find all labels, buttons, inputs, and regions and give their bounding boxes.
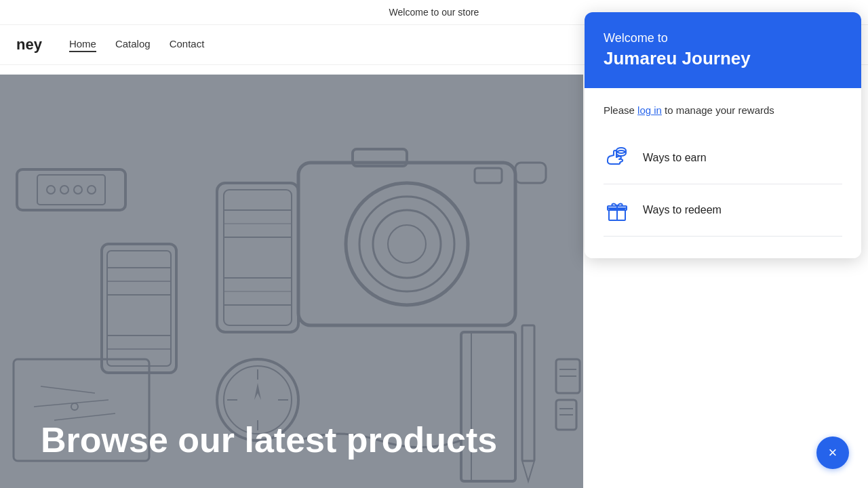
logo: ney — [16, 36, 42, 54]
svg-point-26 — [60, 186, 68, 194]
svg-point-27 — [74, 186, 82, 194]
login-prompt-before: Please — [604, 104, 637, 116]
rewards-panel: Welcome to Jumareu Journey Please log in… — [585, 12, 861, 258]
svg-rect-6 — [475, 168, 502, 183]
ways-to-earn-item[interactable]: Ways to earn — [604, 132, 842, 184]
rewards-panel-body: Please log in to manage your rewards Way… — [585, 88, 861, 258]
earn-label: Ways to earn — [643, 152, 707, 164]
brand-name-label: Jumareu Journey — [604, 48, 842, 69]
svg-rect-8 — [217, 183, 298, 332]
nav-home[interactable]: Home — [69, 38, 96, 52]
login-prompt: Please log in to manage your rewards — [604, 104, 842, 116]
redeem-label: Ways to redeem — [643, 204, 722, 216]
svg-line-43 — [54, 413, 115, 420]
login-link[interactable]: log in — [637, 104, 662, 116]
redeem-icon — [604, 197, 631, 224]
main-nav: Home Catalog Contact — [69, 38, 204, 52]
svg-line-41 — [41, 386, 95, 393]
hero-text: Browse our latest products — [41, 420, 497, 461]
svg-rect-7 — [515, 163, 546, 183]
svg-point-1 — [346, 183, 468, 305]
login-prompt-after: to manage your rewards — [662, 104, 774, 116]
close-button[interactable]: × — [816, 436, 849, 469]
svg-rect-16 — [102, 244, 176, 373]
ways-to-redeem-item[interactable]: Ways to redeem — [604, 184, 842, 237]
announcement-text: Welcome to our store — [389, 7, 479, 18]
svg-point-4 — [388, 225, 426, 263]
rewards-panel-header: Welcome to Jumareu Journey — [585, 12, 861, 88]
svg-rect-0 — [298, 163, 515, 325]
svg-point-28 — [87, 186, 96, 194]
svg-point-3 — [373, 210, 441, 278]
svg-point-25 — [47, 186, 55, 194]
nav-catalog[interactable]: Catalog — [115, 38, 151, 52]
svg-marker-39 — [522, 461, 534, 481]
nav-contact[interactable]: Contact — [170, 38, 205, 52]
svg-marker-35 — [254, 383, 261, 400]
svg-point-44 — [71, 403, 78, 410]
hero-background: Browse our latest products — [0, 75, 583, 488]
svg-rect-38 — [522, 325, 534, 461]
welcome-to-label: Welcome to — [604, 31, 842, 45]
earn-icon — [604, 144, 631, 171]
